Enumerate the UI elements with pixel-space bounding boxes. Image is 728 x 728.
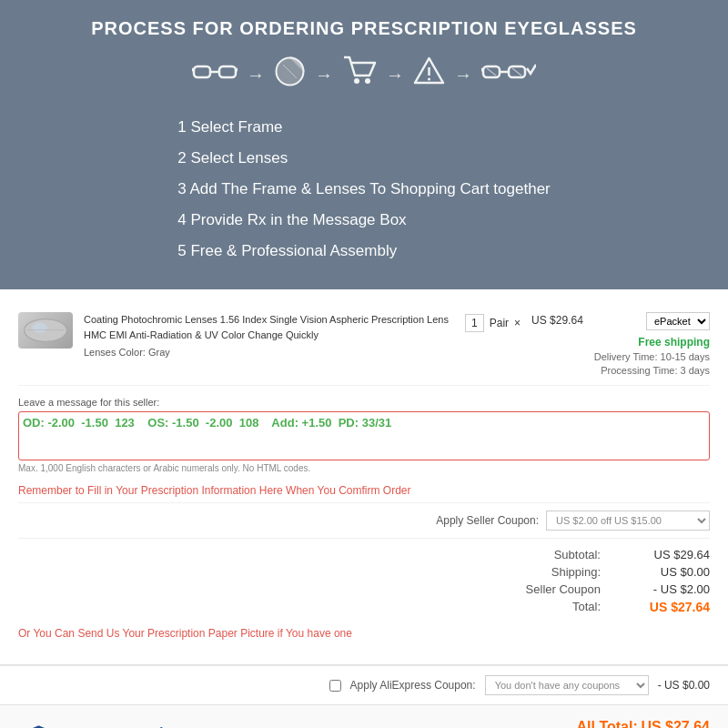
unit-label: Pair	[490, 317, 509, 329]
all-total-label: All Total:	[577, 719, 638, 728]
ali-coupon-row: Apply AliExpress Coupon: You don't have …	[0, 665, 728, 704]
ali-coupon-checkbox[interactable]	[329, 680, 341, 692]
subtotal-row: Subtotal: US $29.64	[18, 546, 710, 563]
step-2: 2 Select Lenses	[177, 143, 551, 174]
svg-point-8	[365, 78, 370, 84]
steps-list: 1 Select Frame 2 Select Lenses 3 Add The…	[177, 112, 551, 267]
product-row: Coating Photochromic Lenses 1.56 Index S…	[18, 303, 710, 386]
message-section: Leave a message for this seller: OD: -2.…	[18, 397, 710, 473]
page-title: PROCESS FOR ORDERING PRESCRIPTION EYEGLA…	[27, 18, 701, 39]
step-3: 3 Add The Frame & Lenses To Shopping Car…	[177, 174, 551, 205]
shipping-row: Shipping: US $0.00	[18, 563, 710, 581]
delivery-time: Delivery Time: 10-15 days	[594, 351, 710, 362]
product-quantity-row: 1 Pair ×	[465, 312, 521, 332]
alt-send-text: Or You Can Send Us Your Prescription Pap…	[18, 627, 710, 640]
ali-coupon-label: Apply AliExpress Coupon:	[350, 679, 476, 692]
ali-coupon-select[interactable]: You don't have any coupons	[485, 675, 649, 695]
lens-icon	[274, 56, 306, 94]
arrow-3: →	[386, 65, 404, 86]
arrow-2: →	[315, 65, 333, 86]
product-name: Coating Photochromic Lenses 1.56 Index S…	[84, 312, 454, 342]
done-glasses-icon	[481, 59, 536, 91]
product-price: US $29.64	[531, 312, 583, 327]
svg-point-18	[32, 322, 47, 333]
shipping-info: Free shipping Delivery Time: 10-15 days …	[594, 334, 710, 376]
svg-line-15	[487, 68, 496, 76]
processing-time: Processing Time: 3 days	[594, 365, 710, 376]
shipping-value: US $0.00	[637, 565, 710, 579]
warning-reminder: Remember to Fill in Your Prescription In…	[18, 484, 710, 497]
shipping-method-select[interactable]: ePacket	[646, 312, 710, 330]
shield-icon	[18, 724, 59, 728]
order-section: Coating Photochromic Lenses 1.56 Index S…	[0, 289, 728, 665]
step-1: 1 Select Frame	[177, 112, 551, 143]
svg-point-10	[428, 78, 430, 81]
message-label: Leave a message for this seller:	[18, 397, 710, 408]
process-icons: → → → →	[27, 56, 701, 94]
seller-coupon-label: Seller Coupon	[526, 582, 601, 596]
arrow-4: →	[454, 65, 472, 86]
message-textarea-wrapper: OD: -2.00 -1.50 123 OS: -1.50 -2.00 108 …	[18, 411, 710, 460]
product-image	[18, 312, 73, 349]
seller-coupon-select[interactable]: US $2.00 off US $15.00	[546, 511, 710, 531]
header-banner: PROCESS FOR ORDERING PRESCRIPTION EYEGLA…	[0, 0, 728, 289]
lens-color: Lenses Color: Gray	[84, 345, 454, 360]
total-row: Total: US $27.64	[18, 598, 710, 616]
svg-rect-1	[219, 66, 236, 77]
total-and-pay: All Total: US $27.64 Confirm & Pay	[565, 719, 710, 728]
subtotal-label: Subtotal:	[528, 548, 601, 561]
coupon-row: Apply Seller Coupon: US $2.00 off US $15…	[18, 502, 710, 538]
total-value: US $27.64	[637, 600, 710, 614]
protection-title: Buyer Protection	[70, 724, 316, 728]
product-info: Coating Photochromic Lenses 1.56 Index S…	[84, 312, 454, 360]
step-4: 4 Provide Rx in the Message Box	[177, 205, 551, 236]
glasses-icon	[192, 59, 238, 91]
svg-point-7	[354, 78, 359, 84]
ali-coupon-discount: - US $0.00	[658, 679, 710, 692]
arrow-1: →	[247, 65, 265, 86]
warning-icon	[413, 56, 445, 94]
svg-rect-0	[194, 66, 210, 77]
free-shipping-label: Free shipping	[594, 336, 710, 349]
totals-section: Subtotal: US $29.64 Shipping: US $0.00 S…	[18, 538, 710, 623]
seller-coupon-value: - US $2.00	[637, 582, 710, 596]
buyer-protection: Buyer Protection ☑ Full Refund if you do…	[18, 724, 316, 728]
prescription-textarea[interactable]: OD: -2.00 -1.50 123 OS: -1.50 -2.00 108 …	[23, 416, 705, 452]
protection-text: Buyer Protection ☑ Full Refund if you do…	[70, 724, 316, 728]
svg-line-16	[512, 68, 521, 76]
all-total: All Total: US $27.64	[577, 719, 710, 728]
seller-coupon-row: Seller Coupon - US $2.00	[18, 581, 710, 598]
all-total-value: US $27.64	[641, 719, 710, 728]
cart-icon	[342, 56, 377, 94]
message-hint: Max. 1,000 English characters or Arabic …	[18, 463, 710, 473]
coupon-label: Apply Seller Coupon:	[436, 514, 539, 527]
shipping-label: Shipping:	[528, 565, 601, 579]
quantity-value: 1	[465, 314, 484, 332]
times-symbol: ×	[514, 317, 521, 329]
subtotal-value: US $29.64	[637, 548, 710, 561]
step-5: 5 Free & Professional Assembly	[177, 236, 551, 267]
footer-section: Buyer Protection ☑ Full Refund if you do…	[0, 704, 728, 728]
total-label: Total:	[528, 600, 601, 614]
